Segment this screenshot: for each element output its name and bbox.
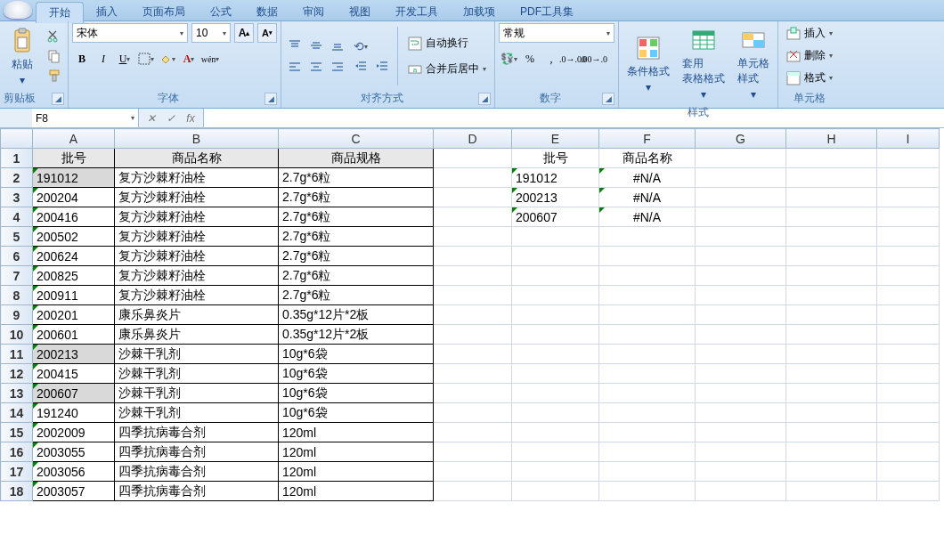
cell[interactable]: 200415: [33, 364, 115, 384]
format-as-table-button[interactable]: 套用 表格格式▾: [678, 23, 729, 103]
align-right-button[interactable]: [328, 57, 347, 77]
cell[interactable]: [599, 403, 696, 423]
tab-view[interactable]: 视图: [337, 2, 383, 22]
bold-button[interactable]: B: [72, 50, 92, 68]
cell[interactable]: [877, 325, 940, 345]
tab-review[interactable]: 审阅: [290, 2, 337, 22]
format-cells-button[interactable]: 格式▾: [782, 68, 837, 88]
cell[interactable]: [599, 345, 696, 364]
align-dialog-launcher[interactable]: ◢: [478, 93, 491, 105]
cell[interactable]: [434, 207, 512, 227]
cell[interactable]: [877, 168, 940, 188]
cell[interactable]: [696, 266, 786, 286]
row-header[interactable]: 10: [1, 325, 33, 345]
cell[interactable]: [786, 286, 877, 305]
cell[interactable]: [434, 364, 512, 384]
cell[interactable]: 10g*6袋: [279, 364, 434, 384]
row-header[interactable]: 11: [1, 345, 33, 364]
cell[interactable]: [877, 286, 940, 305]
cell[interactable]: #N/A: [599, 188, 696, 207]
cell[interactable]: 200607: [512, 207, 599, 227]
comma-style-button[interactable]: ,: [541, 50, 561, 68]
cell[interactable]: [877, 403, 940, 423]
cell[interactable]: [512, 266, 599, 286]
cell[interactable]: [599, 266, 696, 286]
cell[interactable]: 2.7g*6粒: [279, 188, 434, 207]
tab-pdf[interactable]: PDF工具集: [508, 2, 586, 22]
cell[interactable]: [786, 364, 877, 384]
merge-center-button[interactable]: a 合并后居中▾: [403, 59, 491, 79]
fx-button[interactable]: fx: [182, 110, 199, 126]
column-header[interactable]: A: [33, 129, 115, 149]
clipboard-dialog-launcher[interactable]: ◢: [52, 93, 64, 105]
column-header[interactable]: F: [599, 129, 696, 149]
row-header[interactable]: 13: [1, 384, 33, 403]
cell[interactable]: 200601: [33, 325, 115, 345]
cell[interactable]: [877, 423, 940, 442]
cell[interactable]: [434, 149, 512, 168]
cell[interactable]: [512, 325, 599, 345]
cell[interactable]: [877, 227, 940, 247]
cell[interactable]: [696, 345, 786, 364]
cell[interactable]: 复方沙棘籽油栓: [115, 247, 279, 266]
cell[interactable]: [434, 266, 512, 286]
cell[interactable]: [696, 286, 786, 305]
cell[interactable]: [696, 305, 786, 325]
cell[interactable]: [696, 207, 786, 227]
cell[interactable]: [434, 247, 512, 266]
cell[interactable]: 复方沙棘籽油栓: [115, 168, 279, 188]
cell[interactable]: [696, 168, 786, 188]
cell[interactable]: 2.7g*6粒: [279, 266, 434, 286]
row-header[interactable]: 15: [1, 423, 33, 442]
copy-button[interactable]: [45, 47, 64, 65]
font-size-combo[interactable]: 10▾: [191, 23, 231, 43]
row-header[interactable]: 18: [1, 482, 33, 501]
column-header[interactable]: I: [877, 129, 940, 149]
increase-indent-button[interactable]: [372, 57, 392, 75]
cell[interactable]: [696, 423, 786, 442]
cell[interactable]: 0.35g*12片*2板: [279, 325, 434, 345]
row-header[interactable]: 14: [1, 403, 33, 423]
cell[interactable]: #N/A: [599, 168, 696, 188]
enter-formula-button[interactable]: ✓: [162, 110, 180, 126]
cell[interactable]: [877, 207, 940, 227]
row-header[interactable]: 4: [1, 207, 33, 227]
cell[interactable]: [786, 266, 877, 286]
cell[interactable]: [599, 442, 696, 462]
cell[interactable]: 沙棘干乳剂: [115, 384, 279, 403]
cell[interactable]: 沙棘干乳剂: [115, 364, 279, 384]
cell[interactable]: 2002009: [33, 423, 115, 442]
cell[interactable]: 191012: [512, 168, 599, 188]
cell[interactable]: [877, 462, 940, 482]
cell[interactable]: 191012: [33, 168, 115, 188]
row-header[interactable]: 7: [1, 266, 33, 286]
cell[interactable]: [786, 384, 877, 403]
cell[interactable]: [877, 305, 940, 325]
cell[interactable]: [877, 442, 940, 462]
cell[interactable]: [877, 266, 940, 286]
cell[interactable]: [512, 364, 599, 384]
tab-insert[interactable]: 插入: [84, 2, 130, 22]
decrease-decimal-button[interactable]: .00→.0: [584, 50, 604, 68]
tab-dev[interactable]: 开发工具: [383, 2, 451, 22]
cell[interactable]: [434, 325, 512, 345]
cell[interactable]: 200607: [33, 384, 115, 403]
cell[interactable]: 商品规格: [279, 149, 434, 168]
cell[interactable]: 2003056: [33, 462, 115, 482]
cell[interactable]: [599, 286, 696, 305]
cell[interactable]: 沙棘干乳剂: [115, 403, 279, 423]
row-header[interactable]: 1: [1, 149, 33, 168]
font-dialog-launcher[interactable]: ◢: [264, 93, 277, 105]
cell[interactable]: [512, 227, 599, 247]
cell[interactable]: 康乐鼻炎片: [115, 325, 279, 345]
cell[interactable]: [696, 364, 786, 384]
cell[interactable]: [434, 384, 512, 403]
cell[interactable]: [512, 247, 599, 266]
formula-bar[interactable]: [203, 109, 944, 127]
cell[interactable]: 200416: [33, 207, 115, 227]
cell[interactable]: 批号: [33, 149, 115, 168]
cell[interactable]: 四季抗病毒合剂: [115, 482, 279, 501]
cell[interactable]: [786, 462, 877, 482]
name-box[interactable]: F8▾: [32, 109, 139, 127]
column-header[interactable]: H: [786, 129, 877, 149]
